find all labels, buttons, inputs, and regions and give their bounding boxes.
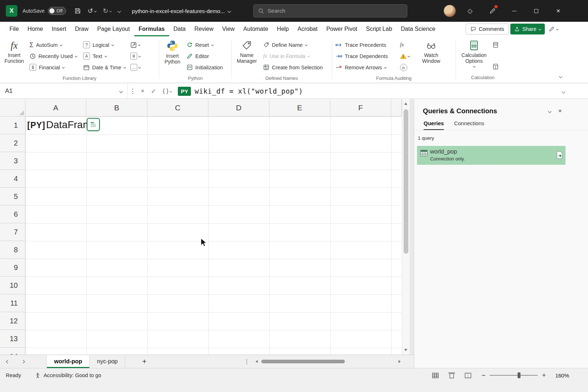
use-in-formula-button[interactable]: fxUse in Formula: [261, 50, 330, 62]
tab-script-lab[interactable]: Script Lab: [362, 22, 396, 36]
python-initialization-button[interactable]: PY Initialization: [185, 62, 229, 73]
row-header[interactable]: 11: [0, 294, 25, 312]
row-header[interactable]: 8: [0, 241, 25, 259]
tab-draw[interactable]: Draw: [70, 22, 93, 36]
python-editor-button[interactable]: Editor: [185, 50, 229, 62]
excel-logo-icon[interactable]: X: [6, 5, 17, 17]
tab-acrobat[interactable]: Acrobat: [293, 22, 322, 36]
feedback-diamond-button[interactable]: ◇: [467, 0, 473, 22]
row-header[interactable]: 2: [0, 134, 25, 152]
cancel-icon[interactable]: ×: [138, 87, 148, 95]
zoom-in-button[interactable]: +: [542, 372, 546, 379]
column-header-f[interactable]: F: [330, 99, 391, 117]
name-box[interactable]: A1: [0, 84, 128, 98]
pen-notifications-button[interactable]: [489, 0, 496, 22]
zoom-slider-thumb[interactable]: [518, 372, 520, 378]
watch-window-button[interactable]: Watch Window: [418, 38, 445, 74]
more-functions-button[interactable]: …: [129, 62, 146, 73]
undo-button[interactable]: ↺: [84, 4, 99, 18]
tab-insert[interactable]: Insert: [47, 22, 70, 36]
add-sheet-button[interactable]: +: [142, 355, 147, 368]
row-header[interactable]: 3: [0, 152, 25, 170]
scroll-up-arrow-icon[interactable]: [404, 102, 407, 105]
calculate-sheet-button[interactable]: [491, 61, 506, 72]
logical-button[interactable]: ?Logical: [81, 39, 128, 50]
row-header[interactable]: 1: [0, 117, 25, 134]
tab-data-science[interactable]: Data Science: [396, 22, 440, 36]
reset-python-button[interactable]: Reset: [185, 39, 229, 50]
minimize-button[interactable]: [506, 0, 523, 22]
row-header[interactable]: 13: [0, 330, 25, 348]
vertical-scroll-thumb[interactable]: [404, 109, 408, 254]
trace-precedents-button[interactable]: Trace Precedents: [334, 39, 398, 50]
tab-power-pivot[interactable]: Power Pivot: [322, 22, 362, 36]
autosave-toggle[interactable]: Off: [48, 7, 66, 15]
search-box[interactable]: [253, 4, 407, 17]
remove-arrows-button[interactable]: Remove Arrows: [334, 62, 398, 73]
select-all-corner[interactable]: [0, 99, 25, 117]
save-button[interactable]: [71, 4, 84, 18]
quick-access-more-button[interactable]: [115, 4, 124, 18]
cells-area[interactable]: [25, 117, 402, 355]
page-layout-view-button[interactable]: [448, 372, 455, 379]
tab-queries[interactable]: Queries: [424, 120, 444, 130]
tab-view[interactable]: View: [218, 22, 239, 36]
accessibility-status[interactable]: Accessibility: Good to go: [35, 372, 101, 378]
close-button[interactable]: ×: [550, 0, 567, 22]
query-list-item[interactable]: world_pop Connection only.: [417, 146, 565, 165]
python-card-button[interactable]: [87, 118, 100, 131]
column-header-d[interactable]: D: [208, 99, 269, 117]
share-button[interactable]: Share: [510, 24, 545, 34]
sheet-tab-world-pop[interactable]: world-pop: [46, 355, 90, 368]
search-input[interactable]: [268, 8, 403, 14]
panel-close-button[interactable]: ×: [555, 107, 565, 115]
comments-button[interactable]: Comments: [466, 24, 509, 34]
sheet-tab-nyc-pop[interactable]: nyc-pop: [90, 355, 125, 368]
sheet-options-kebab-icon[interactable]: ⋮: [244, 355, 250, 368]
math-trig-button[interactable]: θ: [129, 50, 146, 62]
next-sheet-button[interactable]: [19, 355, 27, 368]
date-time-button[interactable]: Date & Time: [81, 62, 128, 73]
lookup-reference-button[interactable]: [129, 39, 146, 50]
tab-file[interactable]: File: [5, 22, 23, 36]
zoom-level[interactable]: 160%: [552, 372, 569, 379]
error-checking-button[interactable]: [399, 50, 417, 62]
collapse-ribbon-button[interactable]: [559, 73, 562, 79]
row-header[interactable]: 4: [0, 170, 25, 188]
insert-python-button[interactable]: Insert Python: [161, 38, 184, 74]
zoom-out-button[interactable]: −: [482, 372, 486, 379]
column-header-c[interactable]: C: [147, 99, 208, 117]
expand-formula-bar-button[interactable]: [562, 89, 565, 94]
tab-formulas[interactable]: Formulas: [134, 22, 169, 36]
recently-used-button[interactable]: Recently Used: [28, 50, 81, 62]
zoom-slider[interactable]: [490, 375, 538, 376]
evaluate-formula-button[interactable]: fx: [399, 62, 417, 73]
formula-input[interactable]: wiki_df = xl("world_pop"): [195, 87, 303, 95]
name-manager-button[interactable]: Name Manager: [233, 38, 261, 74]
previous-sheet-button[interactable]: [4, 355, 12, 368]
scroll-left-arrow-icon[interactable]: [256, 360, 258, 363]
scroll-down-arrow-icon[interactable]: [404, 349, 407, 351]
column-header-b[interactable]: B: [86, 99, 147, 117]
scroll-right-arrow-icon[interactable]: [399, 360, 401, 363]
tab-connections[interactable]: Connections: [454, 120, 484, 130]
column-header-e[interactable]: E: [269, 99, 330, 117]
tab-home[interactable]: Home: [23, 22, 48, 36]
row-header[interactable]: 7: [0, 223, 25, 241]
autosum-button[interactable]: ΣAutoSum: [28, 39, 81, 50]
row-header[interactable]: 10: [0, 277, 25, 294]
insert-function-button[interactable]: fx Insert Function: [1, 38, 27, 74]
define-name-button[interactable]: Define Name: [261, 39, 330, 50]
editing-mode-button[interactable]: [549, 24, 558, 34]
document-title[interactable]: python-in-excel-excel-features-demo...: [132, 8, 230, 14]
horizontal-scroll-thumb[interactable]: [261, 360, 345, 363]
financial-button[interactable]: $Financial: [28, 62, 81, 73]
create-from-selection-button[interactable]: Create from Selection: [261, 62, 330, 73]
row-header[interactable]: 6: [0, 205, 25, 223]
tab-data[interactable]: Data: [169, 22, 190, 36]
normal-view-button[interactable]: [432, 372, 439, 379]
tab-page-layout[interactable]: Page Layout: [93, 22, 134, 36]
calculate-now-button[interactable]: [491, 39, 506, 50]
horizontal-scrollbar[interactable]: [256, 359, 401, 364]
row-header[interactable]: 12: [0, 312, 25, 330]
